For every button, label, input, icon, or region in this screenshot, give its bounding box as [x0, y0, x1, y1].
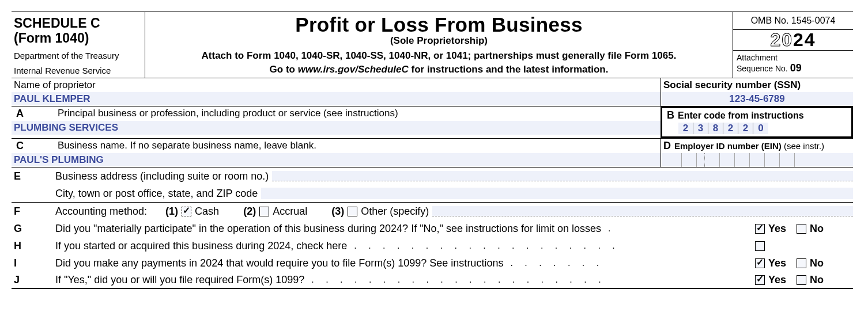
line-j-yn: Yes No: [755, 274, 853, 286]
ein-cell[interactable]: [750, 153, 765, 167]
leader-dots: .: [605, 223, 752, 234]
attach-instruction: Attach to Form 1040, 1040-SR, 1040-SS, 1…: [151, 50, 727, 62]
line-f-letter: F: [12, 205, 55, 218]
code-digit-0[interactable]: 2: [678, 123, 693, 134]
row-a-b: A Principal business or profession, incl…: [12, 106, 853, 139]
leader-dots: . . . . . . . . . . . . . . . . . . .: [350, 241, 752, 251]
form-header: SCHEDULE C (Form 1040) Department of the…: [12, 12, 853, 78]
line-h-box: [755, 241, 853, 251]
line-e-label1: Business address (including suite or roo…: [55, 170, 269, 182]
line-d-ein-input[interactable]: [661, 153, 853, 167]
header-left: SCHEDULE C (Form 1040) Department of the…: [12, 12, 145, 78]
ssn-input[interactable]: 123-45-6789: [661, 92, 853, 106]
form-subtitle: (Sole Proprietorship): [151, 35, 727, 47]
omb-number: OMB No. 1545-0074: [733, 12, 853, 30]
line-i-yes-checkbox[interactable]: [755, 258, 765, 268]
attach-seq-no: 09: [790, 62, 802, 74]
line-c-input[interactable]: PAUL'S PLUMBING: [12, 153, 661, 167]
line-g-yes-checkbox[interactable]: [755, 224, 765, 234]
checkbox-cash[interactable]: [182, 207, 191, 216]
line-a-letter: A: [14, 108, 58, 120]
line-d-label-note: (see instr.): [782, 141, 824, 151]
ein-cell[interactable]: [795, 153, 810, 167]
code-digit-1[interactable]: 3: [693, 123, 708, 134]
attachment-sequence: Attachment Sequence No. 09: [733, 51, 853, 75]
line-a-label: Principal business or profession, includ…: [58, 108, 398, 120]
line-g-letter: G: [12, 223, 55, 235]
line-e-label2: City, town or post office, state, and ZI…: [55, 188, 258, 200]
attach-seq-label: Attachment: [737, 53, 778, 62]
yes-label: Yes: [768, 274, 786, 286]
line-g-yn: Yes No: [755, 223, 853, 235]
opt1-label: Cash: [195, 205, 219, 218]
line-j-letter: J: [12, 274, 55, 286]
code-digit-3[interactable]: 2: [723, 123, 738, 134]
goto-instruction: Go to www.irs.gov/ScheduleC for instruct…: [151, 64, 727, 75]
line-a: A Principal business or profession, incl…: [12, 106, 661, 138]
ein-sep: [697, 153, 705, 167]
line-b-code-input[interactable]: 2 3 8 2 2 0: [667, 123, 848, 134]
leader-dots: . . . . . . .: [507, 258, 752, 268]
line-g-no-checkbox[interactable]: [797, 224, 806, 234]
line-e: E Business address (including suite or r…: [12, 168, 853, 203]
form-label: (Form 1040): [14, 31, 142, 45]
proprietor-cell: Name of proprietor PAUL KLEMPER: [12, 78, 661, 106]
goto-pre: Go to: [270, 64, 298, 75]
line-e-address-input[interactable]: [272, 171, 853, 181]
yes-label: Yes: [768, 223, 786, 235]
ein-cell[interactable]: [735, 153, 750, 167]
dept-irs: Internal Revenue Service: [14, 66, 142, 77]
code-digit-5[interactable]: 0: [753, 123, 768, 134]
line-j: J If "Yes," did you or will you file req…: [12, 272, 853, 289]
line-c: C Business name. If no separate business…: [12, 139, 661, 167]
ein-cell[interactable]: [720, 153, 735, 167]
line-i-no-checkbox[interactable]: [797, 258, 806, 268]
yes-label: Yes: [768, 257, 786, 269]
no-label: No: [810, 223, 824, 235]
line-j-no-checkbox[interactable]: [797, 275, 806, 285]
ein-cell[interactable]: [667, 153, 682, 167]
line-h-letter: H: [12, 240, 55, 252]
checkbox-other[interactable]: [348, 207, 357, 216]
opt3-label: Other (specify): [361, 205, 429, 218]
proprietor-name-input[interactable]: PAUL KLEMPER: [12, 92, 661, 106]
opt3-no: (3): [331, 205, 344, 218]
header-center: Profit or Loss From Business (Sole Propr…: [145, 12, 733, 78]
line-f-label: Accounting method:: [55, 205, 147, 218]
form-title: Profit or Loss From Business: [151, 13, 727, 36]
opt2-label: Accrual: [273, 205, 307, 218]
line-e-letter: E: [12, 170, 55, 182]
line-e-city-input[interactable]: [261, 188, 853, 199]
ssn-cell: Social security number (SSN) 123-45-6789: [661, 78, 853, 106]
line-g: G Did you "materially participate" in th…: [12, 220, 853, 237]
lines-f-j: F Accounting method: (1) Cash (2) Accrua…: [12, 203, 853, 289]
code-digit-4[interactable]: 2: [738, 123, 753, 134]
other-specify-input[interactable]: [432, 206, 853, 216]
line-g-text: Did you "materially participate" in the …: [55, 223, 601, 235]
checkbox-accrual[interactable]: [259, 207, 269, 216]
no-label: No: [810, 257, 824, 269]
line-h-checkbox[interactable]: [755, 241, 765, 251]
ein-cell[interactable]: [682, 153, 697, 167]
ein-cell[interactable]: [780, 153, 795, 167]
ein-cell[interactable]: [765, 153, 780, 167]
goto-url: www.irs.gov/ScheduleC: [298, 64, 409, 75]
line-c-letter: C: [14, 140, 58, 152]
line-j-yes-checkbox[interactable]: [755, 275, 765, 285]
line-a-input[interactable]: PLUMBING SERVICES: [12, 121, 661, 135]
line-i: I Did you make any payments in 2024 that…: [12, 254, 853, 272]
line-d: D Employer ID number (EIN) (see instr.): [661, 139, 853, 167]
line-i-text: Did you make any payments in 2024 that w…: [55, 257, 503, 269]
line-d-letter: D: [663, 140, 671, 152]
code-digit-2[interactable]: 8: [708, 123, 723, 134]
no-label: No: [810, 274, 824, 286]
dept-treasury: Department of the Treasury: [14, 51, 142, 62]
line-b: B Enter code from instructions 2 3 8 2 2…: [661, 106, 853, 138]
tax-year: 2024: [733, 30, 853, 51]
ssn-label: Social security number (SSN): [661, 78, 853, 92]
schedule-c-form: SCHEDULE C (Form 1040) Department of the…: [12, 12, 853, 289]
line-j-text: If "Yes," did you or will you file requi…: [55, 274, 304, 286]
schedule-label: SCHEDULE C: [14, 16, 142, 31]
ein-cell[interactable]: [705, 153, 720, 167]
line-i-letter: I: [12, 257, 55, 269]
